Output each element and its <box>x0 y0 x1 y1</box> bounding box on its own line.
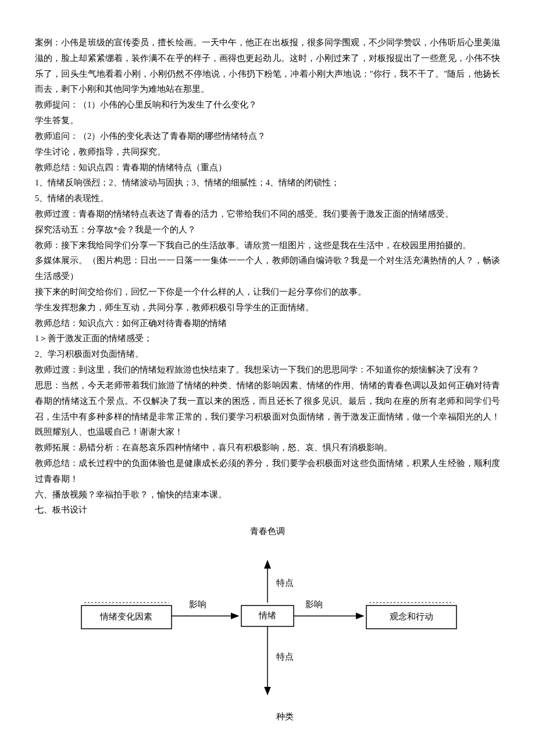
diagram-center-text: 情绪 <box>258 611 276 620</box>
paragraph: 教师总结：知识点四：青春期的情绪特点（重点） <box>35 160 500 175</box>
paragraph: 2、学习积极面对负面情绪。 <box>35 346 500 362</box>
paragraph: 5、情绪的表现性。 <box>35 191 500 206</box>
paragraph: 接下来的时间交给你们，回忆一下你是一个什么样的人，让我们一起分享你们的故事。 <box>35 284 500 300</box>
paragraph: 教师提问：（1）小伟的心里反响和行为发生了什么变化？ <box>35 97 500 113</box>
paragraph: 教师追问：（2）小伟的变化表达了青春期的哪些情绪特点？ <box>35 128 500 144</box>
diagram-svg: 情绪 情绪变化因素 观念和行动 影响 影响 特点 特点 种类 <box>64 550 471 730</box>
paragraph: 案例：小伟是班级的宣传委员，擅长绘画。一天中午，他正在出板报，很多同学围观，不少… <box>35 35 500 97</box>
diagram-bottom-word: 种类 <box>276 712 294 721</box>
document-body: 案例：小伟是班级的宣传委员，擅长绘画。一天中午，他正在出板报，很多同学围观，不少… <box>35 35 500 518</box>
arrow-right-label: 影响 <box>305 600 323 609</box>
paragraph: 学生发挥想象力，师生互动，共同分享，教师积极引导学生的正面情绪。 <box>35 300 500 316</box>
arrow-left-label: 影响 <box>189 600 206 609</box>
diagram-right-text: 观念和行动 <box>390 612 433 621</box>
paragraph: 1＞善于激发正面的情绪感受； <box>35 331 500 346</box>
paragraph: 探究活动五：分享故*会？我是一个的人？ <box>35 222 500 238</box>
arrow-top-label: 特点 <box>276 578 294 587</box>
paragraph: 教师：接下来我给同学们分享一下我自己的生活故事。请欣赏一组图片，这些是我在生活中… <box>35 238 500 253</box>
paragraph: 教师总结：成长过程中的负面体验也是健康成长必须的养分，我们要学会积极面对这些负面… <box>35 456 500 487</box>
arrow-bottom-label: 特点 <box>276 652 294 661</box>
paragraph: 六、播放视频？幸福拍手歌？，愉快的结束本课。 <box>35 487 500 503</box>
diagram-title: 青春色调 <box>250 524 285 540</box>
paragraph: 教师过渡：青春期的情绪特点表达了青春的活力，它带给我们不同的感受。我们要善于激发… <box>35 206 500 222</box>
paragraph: 1、情绪反响强烈；2、情绪波动与固执；3、情绪的细腻性；4、情绪的闭锁性； <box>35 175 500 191</box>
board-diagram: 青春色调 情绪 情绪变化因素 观念和行动 影响 影响 特点 特点 <box>35 524 500 730</box>
paragraph: 学生答复。 <box>35 113 500 128</box>
paragraph: 教师过渡：到这里，我们的情绪短程旅游也快结束了。我想采访一下我们的思思同学：不知… <box>35 362 500 378</box>
paragraph: 学生讨论，教师指导，共同探究。 <box>35 144 500 160</box>
paragraph: 七、板书设计 <box>35 502 500 518</box>
paragraph: 教师拓展：易错分析：在喜怒哀乐四种情绪中，喜只有积极影响，怒、哀、惧只有消极影响… <box>35 440 500 456</box>
paragraph: 思思：当然，今天老师带着我们旅游了情绪的种类、情绪的影响因素、情绪的作用、情绪的… <box>35 378 500 440</box>
diagram-left-text: 情绪变化因素 <box>99 612 152 621</box>
paragraph: 教师总结：知识点六：如何正确对待青春期的情绪 <box>35 316 500 331</box>
paragraph: 多媒体展示。（图片构思：日出一一日落一一集体一一个人，教师朗诵自编诗歌？我是一个… <box>35 253 500 284</box>
